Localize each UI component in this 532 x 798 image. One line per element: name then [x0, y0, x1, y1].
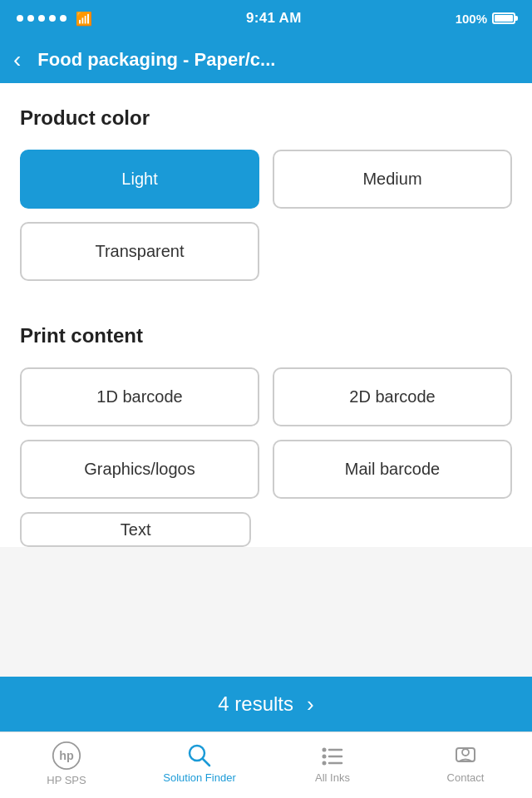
product-color-section: Product color Light Medium Transparent — [20, 106, 512, 281]
wifi-icon: 📶 — [76, 11, 92, 27]
tab-all-inks-label: All Inks — [315, 771, 350, 784]
signal-dot-1 — [17, 15, 23, 22]
svg-text:hp: hp — [59, 749, 74, 762]
tab-contact-label: Contact — [447, 771, 485, 784]
print-option-1d-barcode[interactable]: 1D barcode — [20, 367, 259, 426]
product-color-grid-2: Transparent — [20, 222, 512, 281]
section-spacer — [20, 294, 512, 324]
product-color-title: Product color — [20, 106, 512, 130]
results-bar[interactable]: 4 results › — [0, 677, 532, 732]
print-content-grid-2: Graphics/logos Mail barcode — [20, 440, 512, 499]
color-option-transparent[interactable]: Transparent — [20, 222, 259, 281]
print-option-graphics[interactable]: Graphics/logos — [20, 440, 259, 499]
status-time: 9:41 AM — [246, 10, 302, 27]
results-count: 4 results — [218, 692, 293, 716]
status-bar: 📶 9:41 AM 100% — [0, 0, 532, 37]
tab-hp-sps[interactable]: hp HP SPS — [0, 741, 133, 790]
print-content-title: Print content — [20, 324, 512, 347]
header: ‹ Food packaging - Paper/c... — [0, 37, 532, 83]
list-icon — [320, 743, 345, 768]
tab-bar: hp HP SPS Solution Finder All Inks Conta… — [0, 732, 532, 798]
search-icon — [187, 743, 212, 768]
print-option-mail-barcode[interactable]: Mail barcode — [273, 440, 512, 499]
product-color-grid: Light Medium — [20, 150, 512, 209]
svg-line-3 — [203, 759, 209, 766]
tab-hp-sps-label: HP SPS — [47, 774, 86, 786]
tab-solution-finder-label: Solution Finder — [163, 771, 235, 784]
signal-dot-5 — [60, 15, 66, 22]
tab-contact[interactable]: Contact — [399, 743, 532, 787]
signal-dot-3 — [38, 15, 45, 22]
contact-icon — [453, 743, 478, 768]
page-title: Food packaging - Paper/c... — [37, 49, 519, 71]
hp-logo-icon: hp — [52, 741, 81, 771]
svg-point-4 — [323, 748, 327, 752]
battery-percent: 100% — [456, 12, 487, 26]
signal-dot-2 — [27, 15, 34, 22]
print-content-grid-1: 1D barcode 2D barcode — [20, 367, 512, 426]
status-bar-left: 📶 — [17, 11, 92, 27]
print-option-text[interactable]: Text — [20, 512, 251, 547]
results-chevron-icon: › — [307, 692, 314, 717]
color-option-medium[interactable]: Medium — [273, 150, 512, 209]
svg-point-8 — [323, 761, 327, 766]
tab-all-inks[interactable]: All Inks — [266, 743, 399, 787]
color-option-light[interactable]: Light — [20, 150, 259, 209]
signal-dot-4 — [49, 15, 56, 22]
battery-icon — [492, 12, 515, 24]
svg-point-6 — [323, 755, 327, 759]
status-bar-right: 100% — [456, 12, 515, 26]
content-area: Product color Light Medium Transparent P… — [0, 83, 532, 547]
print-content-section: Print content 1D barcode 2D barcode Grap… — [20, 324, 512, 547]
print-option-2d-barcode[interactable]: 2D barcode — [273, 367, 512, 426]
svg-point-11 — [462, 749, 469, 756]
tab-solution-finder[interactable]: Solution Finder — [133, 743, 266, 787]
back-button[interactable]: ‹ — [13, 45, 27, 75]
